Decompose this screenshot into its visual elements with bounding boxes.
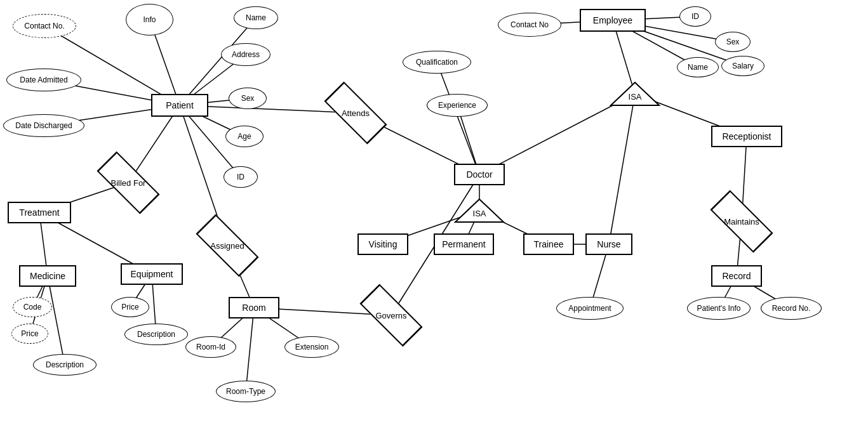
attribute-salary: Salary [721, 56, 765, 76]
svg-line-30 [246, 308, 254, 391]
entity-equipment: Equipment [121, 263, 183, 285]
relationship-assigned: Assigned [197, 227, 258, 264]
attribute-room_type: Room-Type [216, 381, 276, 402]
attribute-address: Address [221, 43, 270, 66]
attribute-info: Info [126, 4, 173, 36]
entity-patient: Patient [151, 94, 208, 117]
attribute-contact_no_patient: Contact No. [13, 14, 76, 38]
entity-medicine: Medicine [19, 265, 76, 287]
attribute-qualification: Qualification [403, 51, 471, 74]
attribute-name_emp: Name [677, 57, 719, 77]
er-diagram: PatientTreatmentMedicineEquipmentRoomDoc… [0, 0, 868, 446]
attribute-name_patient: Name [234, 6, 278, 29]
attribute-experience: Experience [427, 94, 488, 117]
entity-employee: Employee [580, 9, 646, 32]
attribute-extension: Extension [284, 336, 339, 358]
attribute-desc_medicine: Description [33, 354, 97, 376]
attribute-id_emp: ID [679, 6, 711, 27]
attribute-contact_no_emp: Contact No [498, 13, 561, 37]
isa-isa_doctor: ISA [454, 198, 505, 223]
attribute-id_patient: ID [224, 166, 258, 188]
isa-isa_employee: ISA [610, 81, 660, 107]
attribute-date_admitted: Date Admitted [6, 69, 81, 91]
svg-line-24 [48, 276, 65, 365]
attribute-code_medicine: Code [13, 297, 52, 317]
entity-doctor: Doctor [454, 164, 505, 185]
entity-treatment: Treatment [8, 202, 71, 223]
attribute-price_equip: Price [111, 297, 149, 317]
attribute-sex_emp: Sex [715, 32, 751, 52]
svg-line-12 [437, 62, 479, 174]
attribute-price_medicine: Price [11, 324, 48, 344]
relationship-billed_for: Billed For [97, 164, 160, 202]
attribute-desc_equip: Description [124, 324, 188, 345]
entity-room: Room [229, 297, 279, 318]
attribute-date_discharged: Date Discharged [3, 114, 84, 137]
attribute-age: Age [225, 126, 264, 147]
entity-visiting: Visiting [357, 233, 408, 255]
relationship-attends: Attends [324, 94, 387, 132]
attribute-sex_patient: Sex [229, 88, 267, 109]
attribute-room_id: Room-Id [185, 336, 236, 358]
relationship-governs: Governs [361, 297, 422, 334]
